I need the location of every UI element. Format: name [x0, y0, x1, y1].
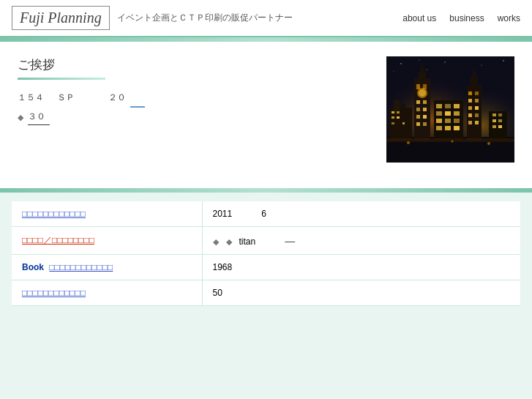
svg-rect-49: [436, 104, 442, 108]
svg-rect-45: [475, 113, 479, 117]
main-nav: about us business works: [402, 13, 520, 23]
svg-rect-33: [416, 122, 420, 126]
table-section: □□□□□□□□□□□□ 2011 6 □□□□／□□□□□□□□ ◆ ◆: [0, 193, 532, 315]
body-line-1: １５４ ＳＰ ２０: [18, 90, 372, 108]
svg-rect-43: [475, 106, 479, 110]
diamond1-icon: ◆: [213, 237, 219, 246]
svg-rect-65: [498, 119, 502, 122]
svg-rect-29: [416, 108, 420, 111]
svg-rect-46: [468, 121, 472, 124]
nav-business[interactable]: business: [449, 13, 484, 23]
svg-rect-32: [423, 115, 427, 119]
svg-rect-47: [475, 121, 479, 124]
svg-rect-14: [391, 111, 394, 113]
svg-rect-54: [454, 111, 460, 116]
body-line-2: ◆ ３０: [18, 109, 372, 126]
row2-dash: —: [285, 235, 295, 247]
svg-rect-41: [475, 99, 479, 102]
svg-rect-25: [416, 84, 420, 89]
svg-rect-66: [492, 125, 496, 128]
table-row: Book □□□□□□□□□□□□ 1968: [12, 255, 520, 280]
svg-point-71: [487, 142, 490, 145]
table-row: □□□□□□□□□□□□ 50: [12, 280, 520, 306]
row4-link[interactable]: □□□□□□□□□□□□: [22, 288, 86, 298]
num2: ２０: [108, 90, 126, 106]
svg-rect-26: [423, 84, 427, 89]
svg-rect-60: [454, 126, 460, 130]
svg-rect-58: [436, 126, 442, 130]
svg-rect-37: [471, 77, 478, 89]
table-cell-link: □□□□□□□□□□□□: [12, 280, 202, 306]
row3-year: 1968: [213, 262, 233, 272]
svg-rect-68: [386, 138, 514, 142]
table-cell-link: □□□□□□□□□□□□: [12, 201, 202, 227]
svg-rect-15: [397, 111, 400, 113]
svg-rect-40: [468, 99, 472, 102]
svg-rect-52: [436, 111, 442, 116]
row1-year: 2011: [213, 209, 233, 219]
green-underline-decoration: [18, 78, 105, 80]
content-table: □□□□□□□□□□□□ 2011 6 □□□□／□□□□□□□□ ◆ ◆: [12, 201, 520, 306]
svg-rect-50: [445, 104, 451, 108]
num1: １５４: [18, 90, 44, 106]
main-left: ご挨拶 １５４ ＳＰ ２０ ◆ ３０: [18, 56, 372, 174]
book-label: Book: [22, 262, 44, 272]
greeting-title: ご挨拶: [18, 56, 372, 73]
tagline: イベント企画とＣＴＰ印刷の販促パートナー: [117, 12, 293, 24]
row1-num: 6: [261, 209, 266, 219]
svg-rect-67: [498, 125, 502, 128]
svg-rect-51: [454, 104, 460, 108]
table-cell-data: 2011 6: [202, 201, 520, 227]
svg-rect-44: [468, 113, 472, 117]
table-row: □□□□□□□□□□□□ 2011 6: [12, 201, 520, 227]
svg-rect-22: [419, 72, 426, 81]
table-cell-link: □□□□／□□□□□□□□: [12, 227, 202, 255]
svg-rect-55: [436, 119, 442, 123]
main-content: ご挨拶 １５４ ＳＰ ２０ ◆ ３０: [0, 42, 532, 188]
svg-rect-16: [391, 116, 394, 119]
svg-rect-39: [475, 92, 479, 95]
svg-rect-64: [492, 119, 496, 122]
svg-point-24: [419, 89, 426, 97]
row1-link[interactable]: □□□□□□□□□□□□: [22, 209, 86, 219]
svg-rect-59: [445, 126, 451, 130]
svg-rect-19: [391, 122, 394, 124]
header-left: Fuji Planning イベント企画とＣＴＰ印刷の販促パートナー: [12, 6, 293, 30]
underline-short: ３０: [28, 109, 50, 126]
svg-rect-62: [492, 113, 496, 116]
table-cell-link: Book □□□□□□□□□□□□: [12, 255, 202, 280]
svg-rect-34: [423, 122, 427, 126]
svg-rect-56: [445, 119, 451, 123]
svg-point-70: [452, 141, 454, 143]
svg-rect-38: [468, 92, 472, 95]
diamond2-icon: ◆: [226, 237, 232, 246]
label-sp: ＳＰ: [48, 90, 75, 106]
row2-link[interactable]: □□□□／□□□□□□□□: [22, 235, 94, 245]
underline-blue: [130, 90, 145, 108]
logo-text: Fuji Planning: [20, 10, 102, 26]
svg-rect-27: [416, 100, 420, 104]
body-text: １５４ ＳＰ ２０ ◆ ３０: [18, 90, 372, 125]
svg-point-69: [407, 141, 410, 144]
logo-box: Fuji Planning: [12, 6, 110, 30]
hero-image: [386, 56, 514, 163]
row3-link[interactable]: □□□□□□□□□□□□: [49, 262, 113, 272]
svg-rect-13: [401, 104, 405, 115]
svg-rect-17: [397, 116, 400, 119]
site-header: Fuji Planning イベント企画とＣＴＰ印刷の販促パートナー about…: [0, 0, 532, 37]
svg-rect-28: [423, 100, 427, 104]
row4-num: 50: [213, 288, 222, 298]
svg-rect-30: [423, 108, 427, 111]
svg-rect-61: [489, 111, 507, 141]
svg-rect-31: [416, 115, 420, 119]
svg-rect-18: [402, 122, 405, 124]
nav-about[interactable]: about us: [402, 13, 436, 23]
table-cell-data: 1968: [202, 255, 520, 280]
svg-rect-42: [468, 106, 472, 110]
table-cell-data: 50: [202, 280, 520, 306]
svg-rect-53: [445, 111, 451, 116]
diamond-icon: ◆: [18, 111, 23, 125]
svg-rect-63: [498, 113, 502, 116]
nav-works[interactable]: works: [498, 13, 520, 23]
svg-rect-57: [454, 119, 460, 123]
